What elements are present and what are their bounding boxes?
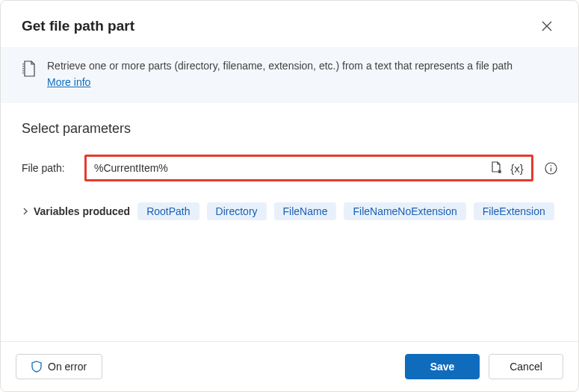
chevron-right-icon [22,207,29,216]
shield-icon [31,361,42,373]
variable-icon: {x} [510,162,524,175]
content-area: Select parameters File path: {x} [1,103,578,341]
file-path-label: File path: [22,162,74,174]
var-chip-fileextension[interactable]: FileExtension [474,202,554,220]
var-chip-filename[interactable]: FileName [274,202,337,220]
close-icon [542,21,552,31]
on-error-label: On error [48,361,87,373]
file-path-info-button[interactable] [544,161,557,175]
more-info-link[interactable]: More info [47,75,90,90]
right-buttons: Save Cancel [405,354,563,379]
variables-label: Variables produced [34,205,130,217]
info-icon [545,162,557,175]
variables-toggle[interactable]: Variables produced [22,205,130,217]
var-chip-rootpath[interactable]: RootPath [137,202,199,220]
info-banner: Retrieve one or more parts (directory, f… [1,47,578,103]
file-picker-button[interactable] [488,160,504,176]
footer: On error Save Cancel [1,341,578,391]
dialog-description: Retrieve one or more parts (directory, f… [47,60,513,72]
var-chip-directory[interactable]: Directory [207,202,267,220]
dialog-title: Get file path part [22,18,134,34]
svg-point-1 [550,165,551,166]
variables-row: Variables produced RootPath Directory Fi… [22,202,557,220]
banner-text: Retrieve one or more parts (directory, f… [47,59,513,90]
file-picker-icon [490,161,503,175]
file-icon [22,60,37,79]
save-button[interactable]: Save [405,354,480,379]
file-path-row: File path: {x} [22,155,557,181]
cancel-button[interactable]: Cancel [489,354,563,379]
var-chip-filenamenoext[interactable]: FileNameNoExtension [344,202,465,220]
section-heading: Select parameters [22,121,557,137]
dialog: Get file path part Retrieve one or more … [0,0,579,392]
file-path-input[interactable] [94,162,483,174]
on-error-button[interactable]: On error [16,354,102,379]
title-bar: Get file path part [1,1,578,47]
close-button[interactable] [536,16,557,37]
variable-picker-button[interactable]: {x} [509,160,525,176]
file-path-input-wrap: {x} [84,155,533,181]
